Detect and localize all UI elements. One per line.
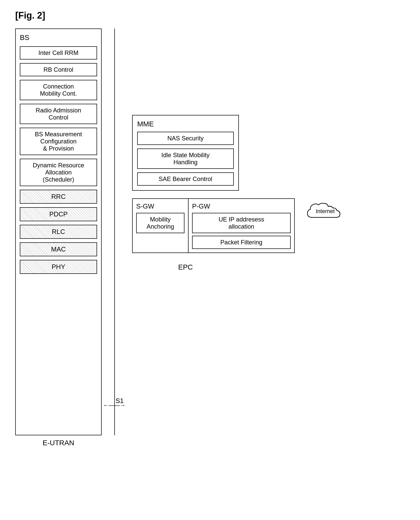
bs-title: BS — [20, 34, 97, 42]
rb-control-box: RB Control — [20, 63, 97, 76]
epc-label: EPC — [132, 263, 239, 271]
mobility-anchoring-box: MobilityAnchoring — [136, 213, 184, 233]
dynamic-resource-box: Dynamic ResourceAllocation(Scheduler) — [20, 159, 97, 186]
eutran-label: E-UTRAN — [15, 439, 102, 447]
mac-box: MAC — [20, 242, 97, 256]
pgw-box: P-GW UE IP addresessallocation Packet Fi… — [189, 199, 294, 252]
connection-mobility-box: ConnectionMobility Cont. — [20, 80, 97, 100]
right-side: MME NAS Security Idle State MobilityHand… — [127, 28, 405, 271]
sgw-title: S-GW — [136, 202, 184, 210]
mme-area: MME NAS Security Idle State MobilityHand… — [132, 115, 405, 191]
internet-label: Internet — [316, 208, 335, 215]
epc-row: S-GW MobilityAnchoring P-GW UE IP addres… — [132, 198, 405, 253]
internet-cloud: Internet — [305, 201, 346, 225]
radio-admission-box: Radio AdmissionControl — [20, 104, 97, 124]
pdcp-box: PDCP — [20, 207, 97, 221]
inter-cell-rrm-box: Inter Cell RRM — [20, 46, 97, 60]
rlc-box: RLC — [20, 225, 97, 239]
bottom-eutran-row: E-UTRAN — [15, 439, 102, 447]
mme-box: MME NAS Security Idle State MobilityHand… — [132, 115, 239, 191]
s1-line — [114, 28, 115, 435]
sgw-box: S-GW MobilityAnchoring — [133, 199, 189, 252]
bs-container: BS Inter Cell RRM RB Control ConnectionM… — [15, 28, 102, 435]
fig-label: [Fig. 2] — [15, 10, 45, 21]
idle-state-box: Idle State MobilityHandling — [137, 148, 234, 169]
packet-filtering-box: Packet Filtering — [192, 236, 291, 249]
bs-measurement-box: BS MeasurementConfiguration& Provision — [20, 128, 97, 155]
s1-area: S1 ←——→ — [102, 28, 127, 435]
pgw-title: P-GW — [192, 202, 291, 210]
phy-box: PHY — [20, 260, 97, 274]
bottom-labels-row: EPC — [132, 263, 405, 271]
ue-ip-box: UE IP addresessallocation — [192, 213, 291, 233]
sgw-pgw-wrapper: S-GW MobilityAnchoring P-GW UE IP addres… — [132, 198, 295, 253]
nas-security-box: NAS Security — [137, 132, 234, 145]
mme-title: MME — [137, 120, 234, 128]
rrc-box: RRC — [20, 190, 97, 204]
sae-bearer-box: SAE Bearer Control — [137, 172, 234, 186]
s1-arrow: ←——→ — [102, 402, 127, 409]
